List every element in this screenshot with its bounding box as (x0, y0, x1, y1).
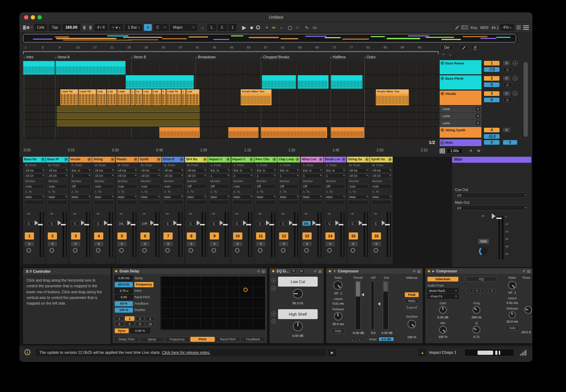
param-label[interactable]: Pitch (134, 288, 142, 294)
gain-knob[interactable] (293, 321, 303, 331)
device-titlebar[interactable]: Grain Delay ↺▤ (112, 268, 267, 275)
hamburger-menu-icon[interactable] (523, 25, 529, 30)
volume-fader[interactable] (132, 212, 134, 257)
sidechain-source-select[interactable]: Drum Rack▾ (427, 288, 458, 293)
collapse-icon[interactable]: ▾ (180, 157, 184, 161)
bar-number[interactable]: 89 (401, 46, 404, 49)
position-sixteenths[interactable]: 1 (229, 24, 236, 31)
time-signature[interactable]: 4 / 4 (94, 24, 107, 31)
attack-value[interactable]: 0.01 ms (504, 301, 521, 305)
zoom-height-button[interactable]: H (468, 148, 474, 154)
collapse-icon[interactable]: ▾ (365, 157, 369, 161)
bar-number[interactable]: 85 (383, 46, 387, 49)
solo-button[interactable]: S (349, 242, 358, 246)
pan-value[interactable]: 10L (117, 221, 126, 226)
speaker-icon[interactable]: ◂ (475, 121, 480, 125)
volume-value[interactable]: -∞ (374, 212, 377, 215)
fold-icon[interactable]: ▶ (432, 270, 434, 273)
track-header[interactable]: ▾ Bass Plonk (440, 75, 481, 90)
output-channel-select[interactable] (325, 200, 345, 205)
track-number[interactable]: 4 (484, 128, 499, 132)
collapse-icon[interactable]: ▾ (249, 157, 253, 161)
ratio-knob[interactable] (333, 281, 342, 290)
collapse-icon[interactable]: ▾ (41, 157, 45, 161)
input-channel-select[interactable]: All Ch▾ (348, 173, 369, 178)
gain-knob[interactable] (439, 306, 447, 314)
bar-number[interactable]: 45 (213, 46, 216, 49)
param-value[interactable]: 100 % (115, 307, 133, 313)
output-channel-select[interactable] (93, 200, 114, 205)
track-number[interactable]: 1 (484, 61, 499, 65)
volume-value[interactable]: -∞ (327, 212, 330, 215)
track-header[interactable]: ▾ String Synth (440, 127, 481, 138)
root-note-select[interactable]: C▾ (154, 24, 168, 31)
arrangement-overview[interactable] (22, 34, 518, 43)
collapse-icon[interactable]: ▾ (272, 157, 276, 161)
mixer-track-title[interactable]: Plastic▾ (116, 157, 138, 162)
back-to-arrangement-icon[interactable]: ← (278, 25, 285, 30)
pan-value[interactable]: C (325, 221, 334, 226)
solo-button[interactable]: S (140, 242, 150, 246)
save-icon[interactable]: ▤ (262, 269, 265, 273)
volume-fader[interactable] (294, 212, 295, 257)
arm-circle[interactable] (165, 248, 170, 253)
input-channel-select[interactable]: All Ch▾ (93, 173, 114, 178)
computer-midi-keyboard-icon[interactable] (462, 25, 468, 29)
locator-flag[interactable]: ▹Chopped Breaks (261, 55, 289, 59)
solo-button[interactable]: S (503, 91, 510, 96)
stop-button[interactable]: ■ (249, 25, 254, 30)
arm-circle[interactable] (304, 248, 309, 253)
collapse-icon[interactable]: ▾ (157, 157, 161, 161)
volume-fader[interactable] (86, 212, 87, 257)
nav-plus-icon[interactable]: + (441, 52, 446, 57)
solo-button[interactable]: S (503, 76, 510, 81)
loop-switch-icon[interactable]: ○ (295, 25, 300, 30)
input-select[interactable]: Ext. In▾ (70, 168, 91, 173)
input-channel-select[interactable]: All Ch▾ (371, 173, 392, 178)
scale-select[interactable]: Major▾ (170, 24, 197, 31)
arrangement-clip[interactable]: Lead (117, 89, 130, 105)
bar-number[interactable]: 13 (76, 46, 80, 49)
x-axis-param-tab[interactable]: Pitch (190, 337, 215, 342)
arrangement-loop-brace[interactable] (23, 51, 439, 54)
x-axis-param-tab[interactable]: Spray (140, 337, 164, 342)
ratio-value[interactable]: inf : 1 (504, 291, 521, 294)
overview-viewport[interactable] (23, 34, 516, 42)
sidechain-tap-select[interactable]: - Post FX▾ (427, 294, 458, 299)
arm-circle[interactable] (73, 248, 77, 253)
volume-value[interactable]: -∞ (142, 212, 145, 215)
arm-circle[interactable] (189, 248, 193, 253)
input-select[interactable]: Ext. In▾ (302, 168, 322, 173)
pan-value[interactable]: C (279, 221, 287, 226)
solo-button[interactable]: S (117, 242, 127, 246)
output-select[interactable]: Main▾ (117, 195, 137, 200)
take-lane[interactable]: Lane ◂ (440, 106, 481, 113)
bar-number[interactable]: 69 (315, 46, 319, 49)
device-titlebar[interactable]: ▼ Compressor ↺▤ (326, 268, 423, 275)
beat-division-button[interactable]: 3 (135, 316, 145, 321)
output-select[interactable]: Main▾ (302, 195, 322, 200)
tempo-display[interactable]: 165.00 (63, 24, 80, 31)
attack-value[interactable]: 0.01 ms (328, 302, 348, 305)
bar-number[interactable]: 1 (25, 46, 27, 49)
param-label[interactable]: DryWet (134, 307, 145, 313)
input-select[interactable]: Ext. In▾ (278, 168, 299, 173)
x-axis-param-tab[interactable]: Delay Time (114, 337, 139, 342)
volume-fader[interactable] (317, 212, 319, 257)
beat-division-button[interactable]: 4 (145, 316, 155, 321)
beat-division-button[interactable]: 6 (125, 322, 134, 326)
input-channel-select[interactable]: 1▾ (255, 173, 276, 178)
add-icon[interactable]: + (265, 25, 270, 30)
arm-circle[interactable] (96, 248, 100, 253)
gain-value[interactable]: 0.00 dB (278, 334, 318, 338)
arrangement-clip[interactable]: Lea (186, 89, 200, 105)
release-value[interactable]: 50.0 ms (504, 320, 521, 323)
pan-value[interactable]: C (256, 221, 264, 226)
arrangement-clip[interactable] (159, 127, 200, 138)
solo-button[interactable]: S (71, 242, 80, 246)
pan-value[interactable]: C (210, 221, 218, 226)
arm-circle[interactable] (119, 248, 124, 253)
track-number[interactable]: 2 (48, 232, 57, 240)
transfer-curve-button[interactable]: ⌐ (357, 337, 363, 341)
main-volume-fader[interactable] (498, 216, 500, 259)
